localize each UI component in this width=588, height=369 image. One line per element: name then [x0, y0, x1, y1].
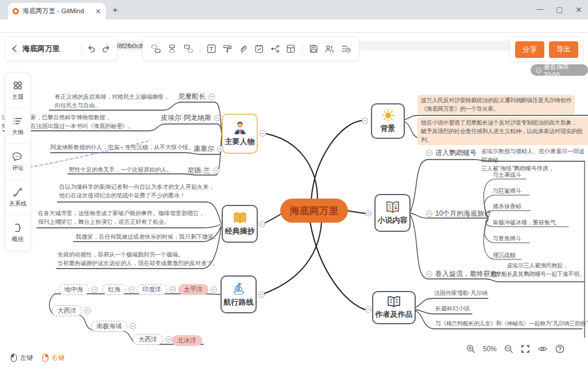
node-note[interactable]: 野性十足的鱼叉手，一个比较原始的人。 [69, 165, 172, 174]
collapse-icon[interactable] [426, 150, 432, 156]
node-note[interactable]: 生就的动摇性，容易从一个极端跑到另一个极端。 当初最热诚拥护这次远征的人，现在却… [57, 250, 218, 267]
node-note-highlighted[interactable]: 他在小说中塑造了尼摩船长这个反对沙皇专制统治的高大形象， 赋予其强烈的社会责任感… [417, 117, 588, 145]
route-stop[interactable]: 印度洋 [137, 284, 176, 295]
collapse-icon[interactable] [208, 94, 215, 100]
leaf-node[interactable]: 南极冲破冰墙，重获氧气 [493, 218, 556, 227]
branch-label: 小说内容 [378, 215, 408, 226]
collapse-icon[interactable] [260, 130, 266, 137]
sidebar-label: 大纲 [12, 129, 24, 137]
collapse-icon[interactable] [84, 308, 91, 314]
stop-label: 地中海 [59, 284, 89, 295]
leaf-node[interactable]: 与巨鲨搏斗 [493, 187, 521, 195]
branch-label: 主要人物 [225, 137, 255, 147]
node-note[interactable]: 在各大城市里，这怪物变成了家喻户晓的事件。咖啡馆里歌唱它， 报刊上嘲笑它，舞台上… [38, 209, 204, 226]
right-click-label: 右键 [52, 354, 64, 362]
collapse-icon[interactable] [362, 118, 368, 124]
collapse-icon[interactable] [365, 210, 372, 216]
route-stop[interactable]: 北冰洋 [172, 335, 202, 346]
stop-label: 大西洋 [52, 305, 82, 316]
root-node[interactable]: 海底两万里 [280, 199, 348, 223]
right-click-hint: 右键 [42, 354, 64, 362]
route-stop[interactable]: 大西洋 [133, 334, 172, 345]
leaf-node[interactable]: 长篇科幻小说 [435, 304, 470, 313]
theme-icon [13, 80, 23, 91]
branch-node-route[interactable]: 航行路线 [220, 275, 257, 313]
leaf-label: 10个月的海底旅行 [435, 209, 491, 219]
leaf-node[interactable]: 与《格兰特船长的儿女》和《神秘岛》一起称为“凡尔纳三部曲” [435, 319, 587, 328]
branch-node-characters[interactable]: 主要人物 [222, 114, 258, 154]
leaf-node[interactable]: 捕杀抹香鲸 [493, 202, 521, 211]
leaf-node[interactable]: 10个月的海底旅行 [426, 209, 491, 219]
leaf-node[interactable]: 法国作家儒勒·凡尔纳 [434, 289, 488, 297]
branch-node-excerpts[interactable]: 经典摘抄 [222, 205, 258, 243]
collapse-icon[interactable] [213, 168, 219, 174]
collapse-icon[interactable] [217, 146, 223, 152]
node-note[interactable]: 阿龙纳斯教授的仆人，忠实，生性沉稳，从不大惊小怪。 [51, 143, 194, 152]
leaf-label: 尼德·兰 [187, 166, 210, 176]
node-note[interactable]: 皮埃尔三人被渔民救起， 尼摩船长及其鹦鹉螺号一起下落不明。 [488, 261, 587, 278]
route-stop[interactable]: 红海 [102, 284, 135, 295]
open-book-icon [233, 211, 247, 225]
leaf-label: 皮埃尔·阿龙纳斯 [161, 113, 211, 123]
leaf-node[interactable]: 尼摩船长 [178, 92, 215, 102]
leaf-node[interactable]: 尼德·兰 [187, 166, 219, 176]
collapse-icon[interactable] [258, 292, 265, 298]
zoom-out-icon[interactable] [504, 344, 513, 354]
branch-node-author[interactable]: 作者及作品 [372, 291, 416, 324]
collapse-icon[interactable] [129, 286, 135, 293]
branch-label: 经典摘抄 [225, 226, 255, 236]
collapse-icon[interactable] [426, 271, 432, 277]
node-note-highlighted[interactable]: 波兰人民反对沙皇独裁统治的起义遭到残酷镇压是凡尔纳创作 《海底两万里》的一个导火… [417, 95, 575, 114]
leaf-label: 进入鹦鹉螺号 [435, 148, 477, 158]
leaf-node[interactable]: 进入鹦鹉螺号 [426, 148, 477, 158]
collapse-icon[interactable] [259, 221, 265, 227]
route-stop[interactable]: 太平洋 [178, 284, 217, 295]
collapse-icon[interactable] [91, 286, 98, 293]
person-avatar-icon [233, 121, 247, 135]
fit-screen-icon[interactable] [521, 344, 530, 354]
help-icon[interactable] [555, 344, 564, 354]
node-note[interactable]: 有正义感的反抗英雄，对殖民主义极端痛恨， 向往民主与自由。 [55, 92, 169, 110]
left-click-label: 左键 [20, 354, 33, 362]
collapse-icon[interactable] [214, 115, 220, 121]
leaf-node[interactable]: 与章鱼搏斗 [493, 234, 521, 243]
sidebar-item-theme[interactable]: 主题 [5, 73, 30, 108]
stop-label: 太平洋 [178, 284, 208, 295]
leaf-node[interactable]: 皮埃尔·阿龙纳斯 [161, 113, 220, 123]
collapse-icon[interactable] [169, 286, 176, 293]
sidebar-item-comment[interactable]: 评论 [5, 144, 30, 180]
zoom-level[interactable]: 50% [483, 345, 497, 353]
sidebar-item-outline[interactable]: 大纲 [5, 108, 30, 144]
presentation-eye-icon[interactable] [537, 344, 548, 354]
sidebar-item-relation[interactable]: 关系线 [5, 180, 30, 215]
collapse-icon[interactable] [211, 286, 217, 293]
collapse-icon[interactable] [165, 336, 172, 343]
collapse-icon[interactable] [130, 323, 136, 329]
sun-icon [381, 108, 396, 122]
node-note[interactable]: 自以为懂科学的新闻记者和一向自以为多才的文人开起火来， 他们在这次值得纪念的笔战… [59, 182, 214, 200]
stop-label: 印度洋 [137, 284, 167, 295]
collapse-icon[interactable] [426, 211, 432, 217]
route-stop[interactable]: 地中海 [59, 284, 98, 295]
node-note[interactable]: 我微笑，在任何我难过或者快乐的时候，我只剩下微笑。 [76, 232, 219, 241]
book-icon [385, 200, 401, 214]
node-note[interactable]: 皮埃尔教授与捕鲸人、忠仆康塞尔一同追踪神秘 三人被“海怪”鹦鹉螺号俘虏， [481, 147, 588, 173]
leaf-node[interactable]: 撞沉战舰 [493, 251, 516, 259]
leaf-node[interactable]: 与土著战斗 [493, 170, 521, 179]
books-icon [386, 296, 401, 308]
zoom-in-icon[interactable] [466, 344, 475, 354]
left-click-hint: 左键 [10, 354, 33, 362]
branch-node-background[interactable]: 背景 [371, 103, 405, 139]
branch-label: 航行路线 [224, 297, 254, 308]
leaf-label: 尼摩船长 [178, 92, 206, 102]
route-stop[interactable]: 南极海域 [91, 321, 136, 332]
sidebar-label: 概括 [12, 235, 24, 243]
sidebar-item-summary[interactable]: 概括 [5, 215, 30, 251]
mouse-left-icon [10, 354, 17, 362]
route-stop[interactable]: 大西洋 [52, 305, 91, 316]
leaf-node[interactable]: 卷入旋流，最终获救 [426, 269, 497, 279]
collapse-icon[interactable] [365, 306, 372, 313]
branch-node-novel[interactable]: 小说内容 [374, 194, 411, 232]
sidebar-label: 评论 [12, 164, 24, 172]
leaf-node[interactable]: 康塞尔 [194, 144, 223, 154]
